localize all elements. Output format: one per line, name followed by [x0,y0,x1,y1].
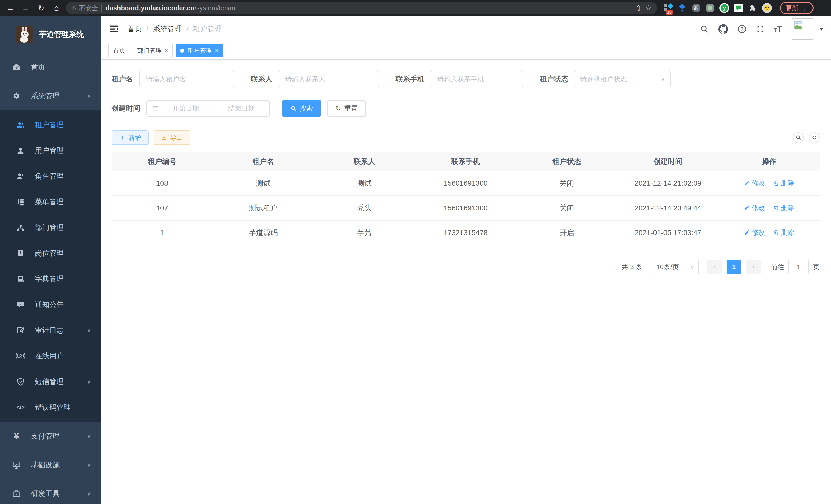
browser-back-icon[interactable]: ← [4,2,17,14]
edit-link[interactable]: 修改 [744,228,765,237]
calendar-icon [152,105,159,112]
date-range-input[interactable]: 开始日期 - 结束日期 [146,100,270,117]
chevron-down-icon: ∨ [87,491,91,497]
start-date-placeholder[interactable]: 开始日期 [163,104,208,113]
extension-yudao-icon[interactable]: y [719,3,729,13]
sidebar-item-label: 角色管理 [35,171,91,181]
goto-page-input[interactable] [789,260,809,274]
sidebar-item-label: 租户管理 [35,120,91,130]
close-icon[interactable]: × [165,47,168,54]
extension-badged-icon[interactable]: 10 [664,4,673,12]
sidebar-item-online-users[interactable]: 在线用户 [0,343,101,369]
sidebar-item-post[interactable]: 岗位管理 [0,240,101,266]
caret-down-icon[interactable]: ▾ [820,26,823,32]
browser-menu-icon[interactable]: ⋮ [801,4,808,12]
sidebar-item-dept[interactable]: 部门管理 [0,215,101,240]
extension-dot-icon[interactable] [706,4,714,12]
share-icon[interactable]: ⇧ [635,4,641,12]
total-count: 共 3 条 [622,263,642,271]
not-secure-warning[interactable]: ⚠ 不安全 [71,4,98,12]
refresh-table-button[interactable]: ↻ [809,132,820,143]
sidebar-logo[interactable]: 芋道管理系统 [0,20,101,49]
sidebar-item-tenant[interactable]: 租户管理 [0,112,101,138]
code-icon: </> [15,404,27,411]
font-size-icon[interactable]: TT [774,25,782,33]
sidebar-item-menu[interactable]: 菜单管理 [0,189,101,215]
tab-dept[interactable]: 部门管理 × [133,44,173,57]
cell-status: 关闭 [516,196,618,220]
contact-input[interactable] [279,71,379,87]
sidebar-item-home[interactable]: 首页 [0,53,101,82]
tab-tenant[interactable]: 租户管理 × [175,44,223,57]
reset-button[interactable]: ↻ 重置 [327,100,366,117]
status-select[interactable]: 请选择租户状态 ∨ [575,71,671,87]
breadcrumb-system[interactable]: 系统管理 [153,24,182,34]
sidebar-item-label: 字典管理 [35,274,91,284]
url-text[interactable]: dashboard.yudao.iocoder.cn/system/tenant [106,4,237,12]
github-icon[interactable] [718,24,728,34]
edit-link[interactable]: 修改 [744,179,765,188]
profile-avatar-icon[interactable] [762,3,772,13]
roles-icon [15,172,27,180]
next-page-button[interactable]: › [746,260,761,274]
avatar[interactable] [792,19,813,39]
search-icon[interactable] [700,25,709,33]
sidebar-item-label: 审计日志 [35,325,87,335]
sidebar-item-sms[interactable]: 短信管理 ∨ [0,369,101,394]
search-button[interactable]: 搜索 [282,100,321,117]
show-search-button[interactable] [793,132,804,143]
address-bar[interactable]: ⚠ 不安全 dashboard.yudao.iocoder.cn/system/… [66,2,657,14]
fullscreen-icon[interactable] [756,25,765,33]
sidebar-item-label: 通知公告 [35,300,91,309]
sidebar-item-label: 菜单管理 [35,197,91,207]
delete-link[interactable]: 删除 [773,228,794,237]
bookmark-star-icon[interactable]: ☆ [645,4,652,12]
cell-phone: 15601691300 [415,196,516,220]
page-size-select[interactable]: 10条/页 ∨ [650,260,699,274]
sidebar-item-notice[interactable]: 通知公告 [0,292,101,318]
close-icon[interactable]: × [215,47,219,54]
end-date-placeholder[interactable]: 结束日期 [219,104,264,113]
browser-home-icon[interactable]: ⌂ [50,2,63,14]
goto-label: 前往 [771,263,784,271]
sidebar: 芋道管理系统 首页 系统管理 ∧ [0,16,101,504]
cell-status: 开启 [516,220,618,245]
dashboard-icon [10,63,23,72]
browser-forward-icon[interactable]: → [20,2,32,14]
extension-kite-icon[interactable] [678,4,687,12]
extensions-puzzle-icon[interactable] [748,4,757,12]
sidebar-item-infra[interactable]: 基础设施 ∨ [0,451,101,479]
sidebar-item-system[interactable]: 系统管理 ∧ [0,82,101,111]
cell-tenant-id: 107 [112,196,213,220]
sidebar-item-error-code[interactable]: </> 错误码管理 [0,394,101,420]
message-icon [15,301,27,309]
sidebar-item-dev-tools[interactable]: 研发工具 ∨ [0,479,101,504]
col-created: 创建时间 [618,152,719,171]
delete-link[interactable]: 删除 [773,203,794,212]
browser-reload-icon[interactable]: ↻ [35,2,47,14]
delete-link[interactable]: 删除 [773,179,794,188]
sidebar-item-role[interactable]: 角色管理 [0,164,101,189]
sidebar-item-pay[interactable]: ¥ 支付管理 ∨ [0,422,101,451]
breadcrumb-current: 租户管理 [193,24,222,34]
sidebar-collapse-icon[interactable] [109,24,119,34]
edit-link[interactable]: 修改 [744,203,765,212]
extension-chat-icon[interactable] [735,4,743,12]
range-separator: - [212,105,215,113]
page-1-button[interactable]: 1 [727,260,741,274]
tab-home[interactable]: 首页 [109,44,130,57]
sidebar-item-audit-log[interactable]: 审计日志 ∨ [0,318,101,343]
export-button[interactable]: 导出 [154,130,190,145]
sidebar-item-user[interactable]: 用户管理 [0,138,101,164]
col-phone: 联系手机 [415,152,516,171]
sidebar-item-dict[interactable]: 字典管理 [0,266,101,292]
breadcrumb-home[interactable]: 首页 [127,24,142,34]
divider [102,4,102,11]
add-button[interactable]: ＋ 新增 [112,130,148,145]
browser-update-button[interactable]: 更新 ⋮ [780,2,813,14]
help-icon[interactable]: ? [738,25,746,33]
phone-input[interactable] [431,71,523,87]
tenant-name-input[interactable] [139,71,234,87]
extension-command-icon[interactable]: ⌘ [692,4,700,12]
prev-page-button[interactable]: ‹ [707,260,721,274]
